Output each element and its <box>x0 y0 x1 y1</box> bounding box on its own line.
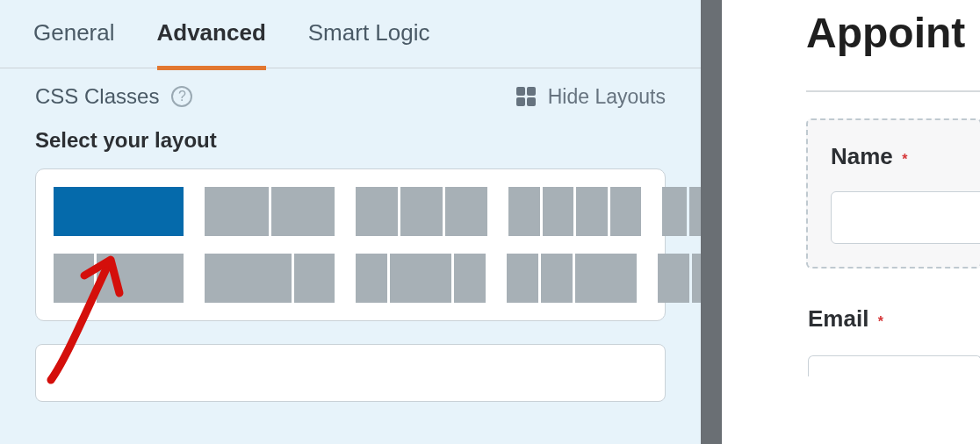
panel-divider <box>701 0 722 444</box>
form-title: Appoint <box>806 0 980 57</box>
layout-option-1-2[interactable] <box>54 254 184 303</box>
grid-icon <box>516 87 536 106</box>
layout-option-1-2-1[interactable] <box>356 254 486 303</box>
field-settings-panel: General Advanced Smart Logic CSS Classes… <box>0 0 701 444</box>
css-classes-label: CSS Classes ? <box>35 84 192 109</box>
css-classes-text: CSS Classes <box>35 84 159 109</box>
layout-option-2-1[interactable] <box>205 254 335 303</box>
name-label: Name <box>831 143 893 169</box>
email-label: Email <box>808 305 868 332</box>
layout-option-quarters[interactable] <box>508 187 641 236</box>
help-icon[interactable]: ? <box>171 86 192 107</box>
name-input[interactable] <box>831 191 980 244</box>
layout-option-thirds[interactable] <box>356 187 487 236</box>
tab-general[interactable]: General <box>33 7 115 68</box>
email-input[interactable] <box>808 355 980 376</box>
tab-advanced[interactable]: Advanced <box>157 7 266 70</box>
select-layout-label: Select your layout <box>0 109 701 161</box>
layout-option-full[interactable] <box>54 187 184 236</box>
email-field: Email * <box>806 305 980 376</box>
divider-line <box>806 90 980 92</box>
layout-option-half-half[interactable] <box>205 187 335 236</box>
hide-layouts-label: Hide Layouts <box>548 85 666 109</box>
form-preview-panel: Appoint Name * Email * <box>722 0 980 444</box>
required-marker: * <box>878 314 883 329</box>
required-marker: * <box>902 152 907 167</box>
tab-smart-logic[interactable]: Smart Logic <box>308 7 430 68</box>
hide-layouts-button[interactable]: Hide Layouts <box>516 85 666 109</box>
name-field-card[interactable]: Name * <box>806 118 980 269</box>
layout-picker <box>35 168 666 321</box>
css-classes-input[interactable] <box>35 344 666 402</box>
layout-option-1-1-2[interactable] <box>507 254 637 303</box>
name-field-label-row: Name * <box>831 143 980 170</box>
settings-tabs: General Advanced Smart Logic <box>0 7 701 68</box>
